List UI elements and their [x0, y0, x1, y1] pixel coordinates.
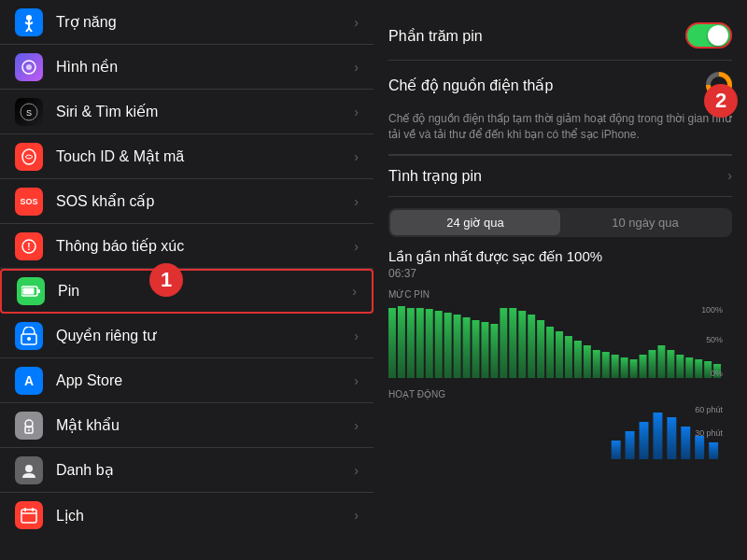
tro-nang-icon [15, 8, 43, 36]
svg-rect-32 [435, 311, 443, 378]
last-charge-section: Lần gần nhất được sạc đến 100% 06:37 [388, 248, 732, 280]
svg-rect-52 [621, 357, 628, 378]
svg-rect-30 [416, 308, 424, 378]
left-panel: Trợ năng›Hình nền›SSiri & Tìm kiếm›Touch… [0, 0, 374, 560]
siri-chevron: › [354, 105, 359, 119]
siri-icon: S [15, 98, 43, 126]
quyen-rieng-tu-label: Quyền riêng tư [56, 327, 354, 344]
tinh-trang-chevron: › [727, 168, 732, 183]
thong-bao-icon: ! [15, 232, 43, 260]
lich-icon [15, 501, 43, 529]
step-badge-2: 2 [704, 84, 738, 118]
svg-rect-36 [472, 320, 480, 378]
svg-point-10 [22, 149, 35, 164]
time-tabs: 24 giờ qua 10 ngày qua [388, 208, 732, 237]
tab-10d[interactable]: 10 ngày qua [560, 210, 730, 235]
svg-rect-69 [653, 413, 662, 459]
svg-text:0%: 0% [711, 369, 723, 378]
svg-rect-56 [657, 345, 665, 378]
pin-chevron: › [352, 284, 357, 299]
svg-rect-58 [676, 355, 684, 378]
right-panel: 2 Phần trăm pin Chế độ nguồn điện thấp C… [374, 0, 747, 560]
svg-rect-43 [537, 320, 544, 378]
svg-text:60 phút: 60 phút [695, 405, 723, 414]
svg-rect-59 [685, 357, 693, 378]
lich-label: Lịch [56, 507, 354, 525]
danh-ba-label: Danh bạ [56, 461, 354, 479]
svg-point-0 [26, 15, 32, 21]
svg-rect-23 [21, 510, 36, 523]
svg-text:S: S [26, 108, 32, 118]
svg-rect-34 [454, 315, 461, 378]
settings-item-app-store[interactable]: AApp Store› [0, 358, 374, 403]
quyen-rieng-tu-chevron: › [354, 329, 359, 343]
touch-id-icon [15, 143, 43, 171]
phan-tram-pin-label: Phần trăm pin [388, 27, 483, 45]
svg-rect-44 [546, 327, 554, 378]
sos-icon: SOS [15, 188, 43, 216]
hinh-nen-icon [15, 53, 43, 81]
svg-rect-45 [556, 331, 563, 378]
svg-rect-27 [388, 308, 396, 378]
danh-ba-icon [15, 456, 43, 484]
svg-rect-14 [37, 289, 40, 293]
svg-text:!: ! [27, 242, 30, 252]
svg-rect-60 [695, 359, 702, 378]
tinh-trang-row[interactable]: Tình trạng pin › [388, 156, 732, 197]
svg-rect-41 [518, 311, 526, 378]
svg-text:50%: 50% [706, 335, 723, 344]
svg-text:100%: 100% [701, 305, 723, 315]
sos-chevron: › [354, 194, 359, 209]
svg-rect-39 [500, 308, 507, 378]
svg-rect-35 [463, 317, 471, 378]
hinh-nen-label: Hình nền [56, 58, 354, 76]
svg-rect-28 [398, 306, 405, 378]
svg-rect-42 [528, 315, 535, 378]
settings-item-siri[interactable]: SSiri & Tìm kiếm› [0, 90, 374, 134]
svg-text:A: A [24, 373, 34, 388]
settings-item-lich[interactable]: Lịch› [0, 493, 374, 538]
battery-chart: 100% 50% 0% [388, 303, 732, 378]
pin-icon [17, 277, 45, 305]
svg-rect-33 [444, 313, 452, 378]
svg-rect-72 [695, 436, 704, 459]
svg-rect-54 [640, 355, 647, 378]
app-store-label: App Store [56, 372, 354, 389]
settings-item-sos[interactable]: SOSSOS khẩn cấp› [0, 179, 374, 224]
settings-item-pin[interactable]: Pin› [0, 269, 374, 314]
svg-rect-68 [640, 422, 649, 459]
mat-khau-icon [15, 412, 43, 440]
phan-tram-pin-toggle[interactable] [685, 22, 732, 49]
tab-24h[interactable]: 24 giờ qua [390, 210, 560, 235]
settings-item-danh-ba[interactable]: Danh bạ› [0, 448, 374, 493]
app-store-icon: A [15, 367, 43, 395]
hinh-nen-chevron: › [354, 60, 359, 75]
siri-label: Siri & Tìm kiếm [56, 103, 354, 120]
svg-rect-37 [481, 322, 488, 378]
svg-rect-66 [612, 441, 621, 459]
settings-item-thong-bao[interactable]: !Thông báo tiếp xúc› [0, 224, 374, 269]
settings-item-hinh-nen[interactable]: Hình nền› [0, 45, 374, 90]
settings-item-mat-khau[interactable]: Mật khẩu› [0, 403, 374, 448]
touch-id-chevron: › [354, 149, 359, 164]
mat-khau-chevron: › [354, 418, 359, 433]
last-charge-title: Lần gần nhất được sạc đến 100% [388, 248, 732, 265]
touch-id-label: Touch ID & Mật mã [56, 147, 354, 165]
che-do-row: Chế độ nguồn điện thấp Chế độ nguồn điện… [388, 61, 732, 156]
svg-rect-73 [709, 442, 718, 459]
settings-item-touch-id[interactable]: Touch ID & Mật mã› [0, 134, 374, 179]
tinh-trang-label: Tình trạng pin [388, 167, 482, 185]
svg-point-7 [26, 64, 32, 70]
settings-item-quyen-rieng-tu[interactable]: Quyền riêng tư› [0, 314, 374, 358]
hoat-dong-label: HOẠT ĐỘNG [388, 389, 732, 399]
last-charge-time: 06:37 [388, 267, 732, 280]
lich-chevron: › [354, 508, 359, 523]
settings-item-tro-nang[interactable]: Trợ năng› [0, 0, 374, 45]
svg-rect-70 [667, 417, 676, 459]
activity-chart: 60 phút 30 phút [388, 403, 732, 459]
svg-rect-55 [648, 350, 655, 378]
svg-rect-38 [490, 324, 498, 378]
muc-pin-label: MỨC PIN [388, 289, 732, 300]
svg-rect-29 [407, 308, 415, 378]
svg-point-22 [25, 465, 33, 472]
